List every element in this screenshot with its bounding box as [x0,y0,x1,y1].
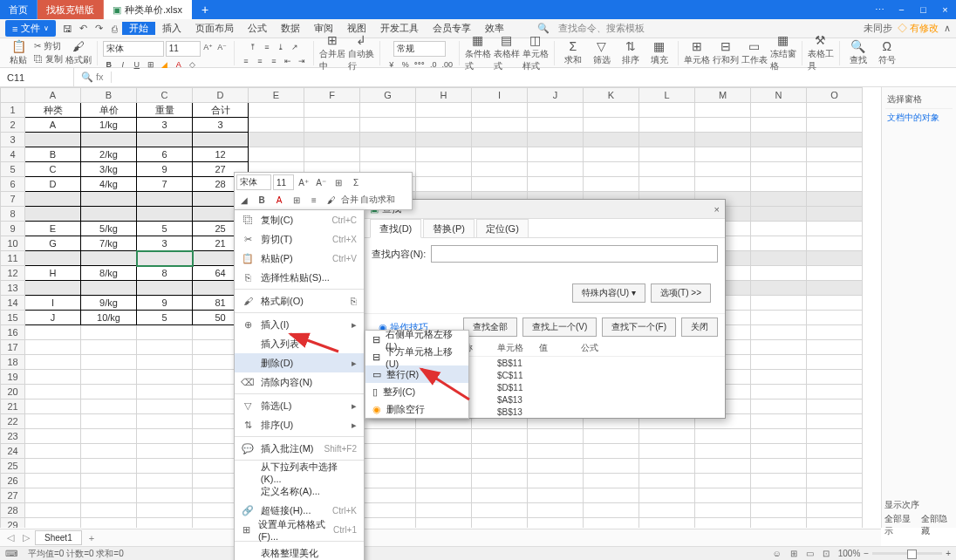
cell[interactable] [639,162,695,177]
cell[interactable] [472,503,528,518]
row-header[interactable]: 9 [1,222,25,236]
cell[interactable]: 5 [137,311,193,325]
cell[interactable] [751,118,807,133]
cell[interactable] [81,325,137,340]
menu-layout[interactable]: 页面布局 [188,22,241,35]
cell[interactable] [695,503,751,518]
cell[interactable] [751,207,807,222]
cell[interactable] [807,385,863,400]
cell[interactable] [639,177,695,192]
cell[interactable] [751,266,807,281]
col-header[interactable]: D [193,88,249,103]
cell[interactable]: E [25,222,81,236]
cell[interactable] [695,459,751,474]
cell[interactable]: I [25,296,81,311]
orient-icon[interactable]: ↗ [289,41,301,53]
search-placeholder[interactable]: 查找命令、搜索模板 [558,22,645,35]
align-mid-icon[interactable]: ≡ [261,41,273,53]
row-header[interactable]: 28 [1,503,25,518]
mini-incfont-icon[interactable]: A⁺ [296,174,311,190]
cell[interactable] [528,162,584,177]
cell[interactable] [639,459,695,474]
cell[interactable] [751,325,807,340]
cell[interactable] [528,429,584,444]
cell[interactable] [695,118,751,133]
cell[interactable] [528,147,584,162]
decrease-font-icon[interactable]: A⁻ [216,41,229,53]
cell[interactable] [137,385,193,400]
row-header[interactable]: 6 [1,177,25,192]
cell[interactable] [472,459,528,474]
mini-decfont-icon[interactable]: A⁻ [313,174,329,190]
indent-dec-icon[interactable]: ⇤ [282,55,294,67]
row-header[interactable]: 22 [1,414,25,429]
fx-icon[interactable]: 🔍 fx [74,72,112,83]
cell[interactable] [25,474,81,488]
col-header[interactable]: L [639,88,695,103]
cell[interactable] [360,429,416,444]
mini-merge-label[interactable]: 合并 [341,194,358,206]
cell[interactable]: J [25,311,81,325]
sum-button[interactable]: Σ求和 [560,39,586,66]
percent-icon[interactable]: % [399,58,412,71]
cell[interactable] [416,459,472,474]
row-header[interactable]: 25 [1,459,25,474]
cell[interactable] [193,133,249,147]
cell[interactable] [416,162,472,177]
tools-button[interactable]: ⚒表格工具 [808,33,834,72]
close-icon[interactable]: × [714,204,720,215]
cell[interactable] [25,370,81,385]
cell[interactable] [639,518,695,529]
filter-button[interactable]: ▽筛选 [589,39,615,66]
cell[interactable] [751,414,807,429]
cell[interactable] [807,503,863,518]
freeze-button[interactable]: ▦冻结窗格 [770,33,796,72]
paste-button[interactable]: 📋粘贴 [5,39,31,66]
comma-icon[interactable]: ᵒᵒᵒ [413,58,426,71]
tab-home[interactable]: 首页 [0,0,38,19]
cell[interactable] [137,503,193,518]
cell[interactable] [751,340,807,355]
cell[interactable] [137,251,193,266]
cm-tblclean[interactable]: 表格整理美化 [235,543,364,560]
cell[interactable] [25,488,81,503]
wrap-button[interactable]: ↲自动换行 [348,33,374,72]
col-header[interactable]: O [807,88,863,103]
cell[interactable] [81,474,137,488]
cell-ref-box[interactable]: C11 [0,68,74,87]
cell[interactable] [81,355,137,370]
row-header[interactable]: 20 [1,385,25,400]
sub-blank[interactable]: ◉删除空行 [365,400,468,418]
cell[interactable] [584,177,639,192]
mini-autosum-label[interactable]: 自动求和 [360,194,395,206]
mini-brush-icon[interactable]: 🖌 [324,192,339,208]
cell[interactable] [528,133,584,147]
cell[interactable]: 3 [137,236,193,251]
cell[interactable]: G [25,236,81,251]
cell[interactable]: H [25,266,81,281]
col-header[interactable]: C [137,88,193,103]
col-header[interactable]: F [304,88,360,103]
cell[interactable] [528,518,584,529]
cell[interactable] [472,429,528,444]
cell[interactable]: 4/kg [81,177,137,192]
cell[interactable] [807,222,863,236]
cm-copy[interactable]: ⿻复制(C)Ctrl+C [235,210,364,229]
cell[interactable] [584,518,639,529]
merge-button[interactable]: ⊞合并居中 [319,33,345,72]
cell[interactable] [528,488,584,503]
row-header[interactable]: 8 [1,207,25,222]
cell[interactable] [528,444,584,459]
cell[interactable] [416,103,472,118]
cell[interactable] [639,118,695,133]
cell[interactable]: 合计 [193,103,249,118]
cell[interactable] [751,311,807,325]
format-brush-button[interactable]: 🖌格式刷 [65,39,92,66]
cell[interactable] [807,103,863,118]
cell[interactable] [25,355,81,370]
cell[interactable] [528,118,584,133]
cell[interactable] [416,429,472,444]
cell[interactable] [639,503,695,518]
cell[interactable] [695,474,751,488]
cell[interactable] [360,133,416,147]
